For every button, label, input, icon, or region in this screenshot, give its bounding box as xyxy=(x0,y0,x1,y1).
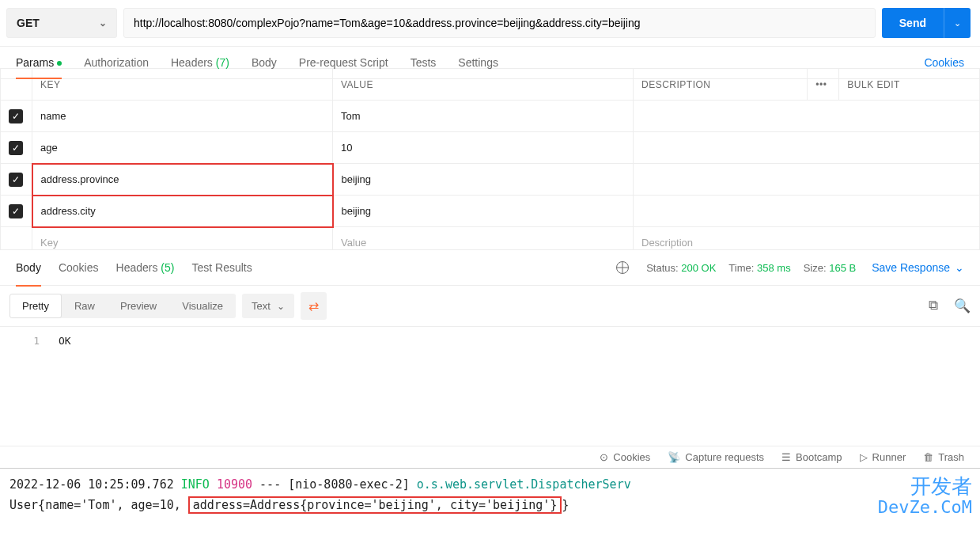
more-options-icon[interactable]: ••• xyxy=(808,69,839,101)
view-visualize[interactable]: Visualize xyxy=(169,294,236,318)
footer-bootcamp[interactable]: ☰Bootcamp xyxy=(781,451,842,463)
method-value: GET xyxy=(17,17,40,29)
console-output: 2022-12-06 10:25:09.762 INFO 10900 --- [… xyxy=(0,468,980,522)
trash-icon: 🗑 xyxy=(923,451,933,463)
footer-bar: ⊙Cookies 📡Capture requests ☰Bootcamp ▷Ru… xyxy=(0,446,980,468)
resp-tab-cookies[interactable]: Cookies xyxy=(59,258,99,277)
param-key[interactable]: name xyxy=(32,101,333,132)
response-header: Body Cookies Headers (5) Test Results St… xyxy=(0,250,980,286)
param-value-input[interactable]: Value xyxy=(333,227,634,251)
bootcamp-icon: ☰ xyxy=(781,451,791,463)
table-row: ✓address.provincebeijing xyxy=(1,164,980,196)
globe-icon[interactable] xyxy=(616,261,629,274)
params-table-container: KEY VALUE DESCRIPTION ••• Bulk Edit ✓nam… xyxy=(0,68,980,250)
line-number: 1 xyxy=(16,335,40,347)
param-description[interactable] xyxy=(634,196,980,227)
tab-prerequest[interactable]: Pre-request Script xyxy=(299,47,401,78)
param-description[interactable] xyxy=(634,101,980,132)
row-checkbox xyxy=(1,227,32,251)
chevron-down-icon: ⌄ xyxy=(99,17,107,28)
send-dropdown[interactable]: ⌄ xyxy=(944,8,971,38)
view-toggle: Pretty Raw Preview Visualize xyxy=(9,294,236,318)
modified-dot-icon xyxy=(57,61,62,66)
antenna-icon: 📡 xyxy=(668,451,680,463)
format-select[interactable]: Text ⌄ xyxy=(242,294,294,318)
table-row: ✓nameTom xyxy=(1,101,980,132)
response-text: OK xyxy=(59,335,71,347)
resp-tab-headers[interactable]: Headers (5) xyxy=(116,258,175,277)
url-input[interactable] xyxy=(123,8,876,38)
param-value[interactable]: beijing xyxy=(333,196,634,227)
param-key[interactable]: address.province xyxy=(32,164,333,196)
tab-params[interactable]: Params xyxy=(16,47,74,78)
header-description: DESCRIPTION xyxy=(634,69,808,101)
param-description[interactable] xyxy=(634,132,980,164)
request-bar: GET ⌄ Send ⌄ xyxy=(0,0,980,47)
save-response-button[interactable]: Save Response ⌄ xyxy=(872,261,964,274)
send-button[interactable]: Send xyxy=(882,8,944,38)
row-checkbox[interactable]: ✓ xyxy=(1,164,32,196)
send-button-group: Send ⌄ xyxy=(882,8,971,38)
chevron-down-icon: ⌄ xyxy=(277,301,285,312)
resp-tab-tests[interactable]: Test Results xyxy=(191,258,252,277)
param-description[interactable] xyxy=(634,164,980,196)
highlighted-output: address=Address{province='beijing', city… xyxy=(188,496,562,514)
cookie-icon: ⊙ xyxy=(600,451,608,463)
row-checkbox[interactable]: ✓ xyxy=(1,101,32,132)
tab-authorization[interactable]: Authorization xyxy=(84,47,161,78)
chevron-down-icon: ⌄ xyxy=(955,261,964,274)
row-checkbox[interactable]: ✓ xyxy=(1,196,32,227)
view-raw[interactable]: Raw xyxy=(62,294,108,318)
param-value[interactable]: beijing xyxy=(333,164,634,196)
tab-body[interactable]: Body xyxy=(252,47,289,78)
copy-icon[interactable]: ⧉ xyxy=(929,298,938,314)
params-table: KEY VALUE DESCRIPTION ••• Bulk Edit ✓nam… xyxy=(0,68,980,250)
footer-trash[interactable]: 🗑Trash xyxy=(923,451,964,463)
runner-icon: ▷ xyxy=(860,451,868,463)
view-pretty[interactable]: Pretty xyxy=(9,294,62,318)
tab-headers[interactable]: Headers (7) xyxy=(171,47,242,78)
tab-settings[interactable]: Settings xyxy=(458,47,511,78)
response-meta: Status: 200 OK Time: 358 ms Size: 165 B xyxy=(616,261,856,274)
wrap-lines-icon[interactable]: ⇄ xyxy=(301,292,327,320)
footer-capture[interactable]: 📡Capture requests xyxy=(668,451,764,463)
table-row: ✓address.citybeijing xyxy=(1,196,980,227)
resp-tab-body[interactable]: Body xyxy=(16,258,41,277)
table-row-new: KeyValueDescription xyxy=(1,227,980,251)
tab-tests[interactable]: Tests xyxy=(411,47,449,78)
view-preview[interactable]: Preview xyxy=(108,294,169,318)
method-select[interactable]: GET ⌄ xyxy=(6,8,117,38)
footer-cookies[interactable]: ⊙Cookies xyxy=(600,451,650,463)
param-value[interactable]: 10 xyxy=(333,132,634,164)
cookies-link[interactable]: Cookies xyxy=(924,47,964,78)
row-checkbox[interactable]: ✓ xyxy=(1,132,32,164)
param-key-input[interactable]: Key xyxy=(32,227,333,251)
param-description-input[interactable]: Description xyxy=(634,227,980,251)
response-tools: Pretty Raw Preview Visualize Text ⌄ ⇄ ⧉ … xyxy=(0,286,980,327)
search-icon[interactable]: 🔍 xyxy=(954,298,971,314)
param-key[interactable]: age xyxy=(32,132,333,164)
param-key[interactable]: address.city xyxy=(32,196,333,227)
param-value[interactable]: Tom xyxy=(333,101,634,132)
footer-runner[interactable]: ▷Runner xyxy=(860,451,906,463)
table-row: ✓age10 xyxy=(1,132,980,164)
response-body: 1OK xyxy=(0,327,980,446)
